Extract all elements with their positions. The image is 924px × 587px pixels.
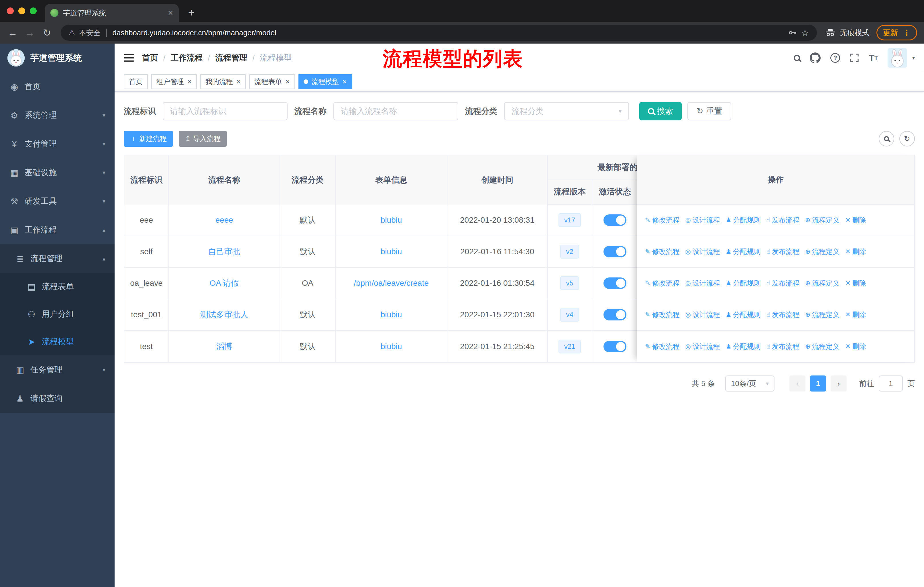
tag-首页[interactable]: 首页 <box>124 74 148 89</box>
form-link[interactable]: biubiu <box>381 247 402 256</box>
tag-close-icon[interactable]: × <box>343 78 347 85</box>
goto-page-input[interactable] <box>879 375 903 392</box>
reload-button[interactable]: ↻ <box>41 27 53 38</box>
create-process-button[interactable]: ＋ 新建流程 <box>124 131 173 147</box>
action-delete[interactable]: ✕删除 <box>845 279 866 288</box>
zoom-window-button[interactable] <box>30 7 37 14</box>
action-design-process[interactable]: ◎设计流程 <box>685 215 720 225</box>
active-switch[interactable] <box>604 309 626 321</box>
tag-close-icon[interactable]: × <box>187 78 191 85</box>
sidebar-item-payment[interactable]: ¥支付管理▾ <box>0 129 115 158</box>
action-edit-process[interactable]: ✎修改流程 <box>645 342 680 351</box>
action-delete[interactable]: ✕删除 <box>845 247 866 256</box>
action-delete[interactable]: ✕删除 <box>845 310 866 319</box>
active-switch[interactable] <box>604 214 626 226</box>
process-key-input[interactable] <box>163 102 287 121</box>
action-assign-rule[interactable]: ♟分配规则 <box>726 342 761 351</box>
action-design-process[interactable]: ◎设计流程 <box>685 310 720 319</box>
action-publish-process[interactable]: ☝发布流程 <box>766 247 799 256</box>
active-switch[interactable] <box>604 246 626 257</box>
prev-page-button[interactable]: ‹ <box>789 375 805 392</box>
action-publish-process[interactable]: ☝发布流程 <box>766 310 799 319</box>
sidebar-item-devtools[interactable]: ⚒研发工具▾ <box>0 187 115 215</box>
model-name-link[interactable]: 自己审批 <box>208 246 240 257</box>
breadcrumb-item[interactable]: 首页 <box>142 53 158 63</box>
sidebar-item-system[interactable]: ⚙系统管理▾ <box>0 101 115 129</box>
tag-我的流程[interactable]: 我的流程× <box>200 74 246 89</box>
form-link[interactable]: /bpm/oa/leave/create <box>354 279 429 288</box>
refresh-table-button[interactable]: ↻ <box>899 131 915 147</box>
user-avatar[interactable] <box>888 48 907 68</box>
action-edit-process[interactable]: ✎修改流程 <box>645 215 680 225</box>
action-process-definition[interactable]: ⊕流程定义 <box>805 310 840 319</box>
breadcrumb-item[interactable]: 流程管理 <box>215 53 248 63</box>
tag-流程模型[interactable]: 流程模型× <box>299 74 352 89</box>
sidebar-item-leave-query[interactable]: ♟请假查询 <box>0 384 115 413</box>
sidebar-item-process-manage[interactable]: ≣流程管理▴ <box>0 244 115 273</box>
browser-tab[interactable]: 芋道管理系统 × <box>45 4 179 22</box>
action-edit-process[interactable]: ✎修改流程 <box>645 279 680 288</box>
bookmark-star-icon[interactable]: ☆ <box>801 28 809 38</box>
import-process-button[interactable]: ↥ 导入流程 <box>179 131 227 147</box>
page-size-select[interactable]: 10条/页 ▾ <box>725 375 774 392</box>
model-name-link[interactable]: eeee <box>215 215 233 225</box>
action-publish-process[interactable]: ☝发布流程 <box>766 279 799 288</box>
tag-close-icon[interactable]: × <box>236 78 241 85</box>
search-button[interactable]: 搜索 <box>639 102 682 121</box>
toggle-search-button[interactable] <box>879 131 894 147</box>
action-publish-process[interactable]: ☝发布流程 <box>766 215 799 225</box>
process-name-input[interactable] <box>333 102 458 121</box>
sidebar-item-workflow[interactable]: ▣工作流程▴ <box>0 215 115 244</box>
action-edit-process[interactable]: ✎修改流程 <box>645 310 680 319</box>
font-size-icon[interactable]: TT <box>869 53 878 63</box>
form-link[interactable]: biubiu <box>381 215 402 225</box>
tag-流程表单[interactable]: 流程表单× <box>249 74 295 89</box>
sidebar-item-task-manage[interactable]: ▥任务管理▾ <box>0 356 115 384</box>
action-process-definition[interactable]: ⊕流程定义 <box>805 247 840 256</box>
next-page-button[interactable]: › <box>831 375 846 392</box>
browser-update-button[interactable]: 更新 ⋮ <box>876 25 917 40</box>
action-assign-rule[interactable]: ♟分配规则 <box>726 310 761 319</box>
sidebar-item-user-group[interactable]: ⚇用户分组 <box>0 300 115 328</box>
fullscreen-icon[interactable] <box>850 53 859 63</box>
action-edit-process[interactable]: ✎修改流程 <box>645 247 680 256</box>
action-assign-rule[interactable]: ♟分配规则 <box>726 247 761 256</box>
address-bar[interactable]: ⚠ 不安全 dashboard.yudao.iocoder.cn/bpm/man… <box>61 25 817 41</box>
tag-租户管理[interactable]: 租户管理× <box>151 74 197 89</box>
browser-menu-icon[interactable]: ⋮ <box>903 28 911 38</box>
action-design-process[interactable]: ◎设计流程 <box>685 279 720 288</box>
active-switch[interactable] <box>604 341 626 352</box>
model-name-link[interactable]: 滔博 <box>216 341 232 352</box>
action-design-process[interactable]: ◎设计流程 <box>685 342 720 351</box>
forward-button[interactable]: → <box>24 27 36 38</box>
password-key-icon[interactable] <box>788 28 797 37</box>
action-design-process[interactable]: ◎设计流程 <box>685 247 720 256</box>
tag-close-icon[interactable]: × <box>285 78 290 85</box>
help-icon[interactable]: ? <box>830 53 840 63</box>
reset-button[interactable]: ↻ 重置 <box>687 102 731 121</box>
page-1-button[interactable]: 1 <box>810 375 826 392</box>
breadcrumb-item[interactable]: 工作流程 <box>171 53 203 63</box>
model-name-link[interactable]: 测试多审批人 <box>200 309 248 320</box>
collapse-sidebar-icon[interactable] <box>124 54 134 62</box>
sidebar-item-infra[interactable]: ▦基础设施▾ <box>0 158 115 187</box>
action-process-definition[interactable]: ⊕流程定义 <box>805 342 840 351</box>
security-label[interactable]: 不安全 <box>79 28 101 38</box>
action-assign-rule[interactable]: ♟分配规则 <box>726 279 761 288</box>
active-switch[interactable] <box>604 278 626 289</box>
github-icon[interactable] <box>810 53 821 63</box>
action-process-definition[interactable]: ⊕流程定义 <box>805 215 840 225</box>
action-delete[interactable]: ✕删除 <box>845 215 866 225</box>
search-icon[interactable] <box>794 55 800 61</box>
sidebar-item-process-form[interactable]: ▤流程表单 <box>0 273 115 300</box>
minimize-window-button[interactable] <box>18 7 25 14</box>
form-link[interactable]: biubiu <box>381 342 402 351</box>
app-logo[interactable]: 芋道管理系统 <box>0 43 115 72</box>
action-delete[interactable]: ✕删除 <box>845 342 866 351</box>
tab-close-icon[interactable]: × <box>168 8 173 17</box>
category-select[interactable]: 流程分类 ▾ <box>504 102 629 121</box>
sidebar-item-process-model[interactable]: ➤流程模型 <box>0 328 115 356</box>
new-tab-button[interactable]: + <box>183 5 200 21</box>
action-publish-process[interactable]: ☝发布流程 <box>766 342 799 351</box>
action-process-definition[interactable]: ⊕流程定义 <box>805 279 840 288</box>
